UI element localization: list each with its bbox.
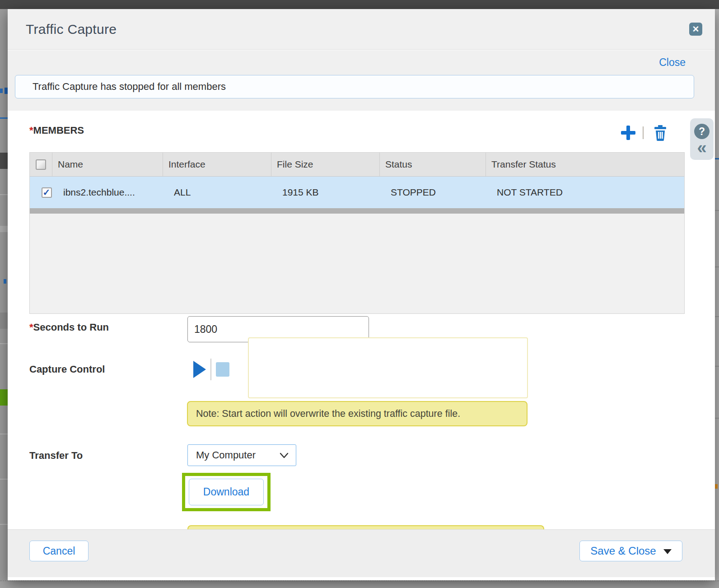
background-fragment — [0, 89, 3, 93]
status-banner-text: Traffic Capture has stopped for all memb… — [33, 81, 226, 93]
row-interface: ALL — [163, 177, 271, 208]
members-table: Name Interface File Size Status Transfer… — [29, 152, 685, 314]
side-help-panel: ? « — [690, 118, 714, 160]
transfer-to-label-text: Transfer To — [29, 450, 83, 462]
question-glyph: ? — [699, 126, 705, 138]
dialog-header: Traffic Capture — [8, 9, 715, 50]
delete-member-icon[interactable] — [653, 125, 668, 141]
capture-control-label-text: Capture Control — [29, 364, 105, 375]
members-label-text: MEMBERS — [33, 125, 84, 136]
add-member-icon[interactable] — [621, 126, 635, 140]
cancel-button-label: Cancel — [43, 545, 75, 557]
validation-hint-box — [248, 337, 528, 398]
table-row[interactable]: ✓ ibns2.techblue.... ALL 1915 KB STOPPED… — [30, 177, 684, 208]
background-fragment — [715, 158, 719, 159]
column-header-name[interactable]: Name — [52, 153, 163, 176]
capture-control-group — [193, 358, 229, 381]
save-and-close-button[interactable]: Save & Close — [579, 541, 682, 561]
required-asterisk: * — [29, 322, 33, 333]
table-horizontal-scrollbar[interactable] — [30, 208, 684, 214]
background-fragment — [715, 484, 718, 489]
background-fragment — [0, 343, 8, 344]
seconds-to-run-label-text: Seconds to Run — [33, 322, 109, 333]
background-fragment — [5, 88, 8, 94]
row-checkbox[interactable]: ✓ — [42, 187, 52, 198]
column-header-interface[interactable]: Interface — [163, 153, 271, 176]
column-header-status[interactable]: Status — [380, 153, 486, 176]
background-fragment — [0, 313, 8, 329]
help-icon[interactable]: ? — [694, 124, 710, 139]
collapse-chevrons-icon[interactable]: « — [697, 141, 706, 154]
download-highlight-outline: Download — [182, 473, 271, 511]
transfer-to-value: My Computer — [196, 449, 256, 461]
background-fragment — [4, 279, 6, 284]
transfer-to-select[interactable]: My Computer — [187, 444, 296, 466]
background-fragment — [715, 210, 719, 211]
select-all-cell — [30, 153, 52, 176]
status-banner: Traffic Capture has stopped for all memb… — [15, 75, 694, 98]
background-fragment — [0, 226, 8, 232]
caret-down-icon — [663, 549, 672, 554]
background-page-right-edge — [715, 9, 719, 588]
background-fragment — [0, 524, 8, 525]
download-button-label: Download — [203, 486, 249, 498]
column-header-file-size[interactable]: File Size — [271, 153, 380, 176]
cancel-button[interactable]: Cancel — [29, 541, 89, 561]
start-capture-icon[interactable] — [193, 361, 206, 378]
dialog-message-band: Close Traffic Capture has stopped for al… — [8, 50, 715, 111]
save-and-close-label: Save & Close — [590, 545, 656, 557]
row-checkbox-cell: ✓ — [30, 177, 52, 208]
close-x-glyph: ✕ — [692, 24, 700, 34]
background-fragment — [715, 316, 719, 317]
traffic-capture-dialog: Traffic Capture ✕ Close Traffic Capture … — [8, 9, 715, 580]
table-header-row: Name Interface File Size Status Transfer… — [30, 153, 684, 177]
seconds-to-run-label: *Seconds to Run — [29, 316, 109, 339]
select-all-checkbox[interactable] — [36, 159, 46, 170]
members-section-label: *MEMBERS — [29, 125, 84, 136]
background-fragment — [715, 266, 719, 267]
background-top-bar — [0, 0, 719, 9]
close-icon[interactable]: ✕ — [689, 23, 702, 36]
background-fragment — [0, 153, 8, 169]
row-status: STOPPED — [380, 177, 486, 208]
required-asterisk: * — [29, 125, 33, 136]
background-page-bottom — [0, 580, 719, 588]
transfer-to-label: Transfer To — [29, 444, 83, 467]
background-fragment — [0, 479, 8, 480]
close-link[interactable]: Close — [659, 56, 686, 69]
control-divider — [210, 359, 211, 380]
stop-capture-icon[interactable] — [216, 362, 229, 377]
checkmark-icon: ✓ — [43, 188, 51, 197]
background-fragment — [715, 418, 719, 419]
capture-control-label: Capture Control — [29, 358, 105, 381]
chevron-down-icon — [280, 453, 289, 458]
row-transfer-status: NOT STARTED — [486, 177, 684, 208]
background-fragment — [0, 434, 8, 434]
background-fragment — [0, 194, 8, 195]
overwrite-note-text: Note: Start action will overwrite the ex… — [196, 408, 460, 420]
background-fragment — [715, 366, 719, 367]
background-fragment — [0, 117, 8, 119]
background-page-left-edge — [0, 9, 8, 588]
overwrite-note: Note: Start action will overwrite the ex… — [187, 401, 528, 426]
column-header-transfer-status[interactable]: Transfer Status — [486, 153, 684, 176]
download-button[interactable]: Download — [189, 479, 264, 505]
row-file-size: 1915 KB — [271, 177, 380, 208]
background-fragment — [0, 389, 8, 406]
dialog-title: Traffic Capture — [26, 22, 117, 37]
dialog-footer: Cancel Save & Close — [8, 529, 715, 577]
row-name: ibns2.techblue.... — [52, 177, 163, 208]
toolbar-divider — [643, 126, 644, 139]
